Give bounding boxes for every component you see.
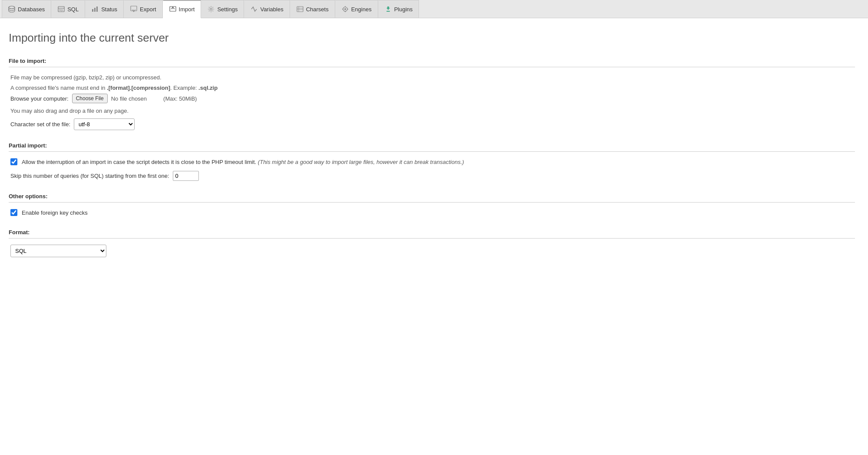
svg-rect-4 — [92, 9, 93, 12]
svg-rect-22 — [386, 11, 390, 12]
nav-status[interactable]: Status — [85, 0, 124, 18]
browse-row: Browse your computer: Choose File No fil… — [10, 94, 853, 103]
main-content: Importing into the current server File t… — [0, 18, 868, 455]
svg-rect-5 — [94, 8, 96, 12]
format-select[interactable]: SQL CSV CSV using LOAD DATA MediaWiki Ta… — [10, 245, 106, 257]
compression-info-line1: File may be compressed (gzip, bzip2, zip… — [10, 73, 853, 82]
nav-export-label: Export — [140, 6, 156, 13]
max-size-text: (Max: 50MiB) — [163, 95, 197, 102]
file-to-import-body: File may be compressed (gzip, bzip2, zip… — [9, 73, 855, 130]
other-options-section: Other options: Enable foreign key checks — [9, 193, 855, 217]
format-body: SQL CSV CSV using LOAD DATA MediaWiki Ta… — [9, 245, 855, 257]
nav-sql-label: SQL — [67, 6, 79, 13]
import-icon — [169, 6, 176, 13]
svg-point-17 — [344, 8, 346, 10]
charset-row: Character set of the file: utf-8 utf-16 … — [10, 118, 853, 130]
page-title: Importing into the current server — [9, 31, 855, 45]
nav-variables-label: Variables — [260, 6, 283, 13]
nav-plugins-label: Plugins — [394, 6, 413, 13]
foreign-key-checkbox[interactable] — [10, 209, 17, 216]
charset-label: Character set of the file: — [10, 121, 70, 128]
browse-label: Browse your computer: — [10, 95, 69, 102]
databases-icon — [8, 6, 15, 13]
nav-databases[interactable]: Databases — [2, 0, 51, 18]
nav-engines-label: Engines — [351, 6, 372, 13]
skip-queries-input[interactable] — [173, 171, 199, 181]
nav-variables[interactable]: Variables — [244, 0, 290, 18]
other-options-body: Enable foreign key checks — [9, 209, 855, 217]
compression-info-line2: A compressed file's name must end in .[f… — [10, 84, 853, 92]
status-icon — [92, 6, 99, 13]
file-to-import-header: File to import: — [9, 58, 855, 67]
plugins-icon — [385, 6, 392, 13]
format-section: Format: SQL CSV CSV using LOAD DATA Medi… — [9, 229, 855, 257]
allow-interruption-checkbox[interactable] — [10, 158, 17, 165]
info-line2-middle: . Example: — [170, 85, 198, 91]
nav-databases-label: Databases — [18, 6, 45, 13]
nav-settings[interactable]: Settings — [201, 0, 244, 18]
nav-import-label: Import — [179, 6, 195, 13]
skip-queries-label: Skip this number of queries (for SQL) st… — [10, 173, 169, 179]
nav-engines[interactable]: Engines — [335, 0, 378, 18]
settings-icon — [208, 6, 215, 13]
sql-icon: SQL — [58, 6, 65, 13]
nav-import[interactable]: Import — [163, 0, 201, 18]
charset-select[interactable]: utf-8 utf-16 latin1 ascii big5 cp1250 cp… — [74, 118, 135, 130]
info-line2-example: .sql.zip — [198, 85, 218, 91]
nav-export[interactable]: Export — [124, 0, 163, 18]
variables-icon — [251, 6, 257, 13]
allow-interruption-row: Allow the interruption of an import in c… — [10, 158, 853, 167]
engines-icon — [342, 6, 349, 13]
drag-drop-text: You may also drag and drop a file on any… — [10, 108, 853, 114]
choose-file-button[interactable]: Choose File — [72, 94, 108, 103]
file-to-import-section: File to import: File may be compressed (… — [9, 58, 855, 130]
navbar: Databases SQL SQL Status Export Import S… — [0, 0, 868, 18]
format-header: Format: — [9, 229, 855, 239]
nav-status-label: Status — [101, 6, 117, 13]
svg-rect-12 — [297, 7, 303, 12]
svg-point-0 — [9, 6, 15, 9]
charsets-icon — [297, 6, 304, 13]
nav-settings-label: Settings — [217, 6, 238, 13]
nav-plugins[interactable]: Plugins — [378, 0, 419, 18]
partial-import-header: Partial import: — [9, 142, 855, 152]
partial-import-body: Allow the interruption of an import in c… — [9, 158, 855, 181]
info-line2-prefix: A compressed file's name must end in — [10, 85, 107, 91]
foreign-key-row: Enable foreign key checks — [10, 209, 853, 217]
allow-interruption-label: Allow the interruption of an import in c… — [22, 158, 464, 167]
no-file-text: No file chosen — [111, 95, 147, 102]
other-options-header: Other options: — [9, 193, 855, 203]
info-line2-code: .[format].[compression] — [107, 85, 170, 91]
svg-point-11 — [210, 8, 212, 10]
nav-charsets[interactable]: Charsets — [290, 0, 335, 18]
foreign-key-label: Enable foreign key checks — [22, 209, 88, 217]
export-icon — [130, 6, 137, 13]
svg-rect-6 — [96, 7, 98, 12]
svg-text:SQL: SQL — [59, 9, 63, 11]
skip-queries-row: Skip this number of queries (for SQL) st… — [10, 171, 853, 181]
nav-charsets-label: Charsets — [306, 6, 329, 13]
nav-sql[interactable]: SQL SQL — [51, 0, 85, 18]
partial-import-section: Partial import: Allow the interruption o… — [9, 142, 855, 181]
